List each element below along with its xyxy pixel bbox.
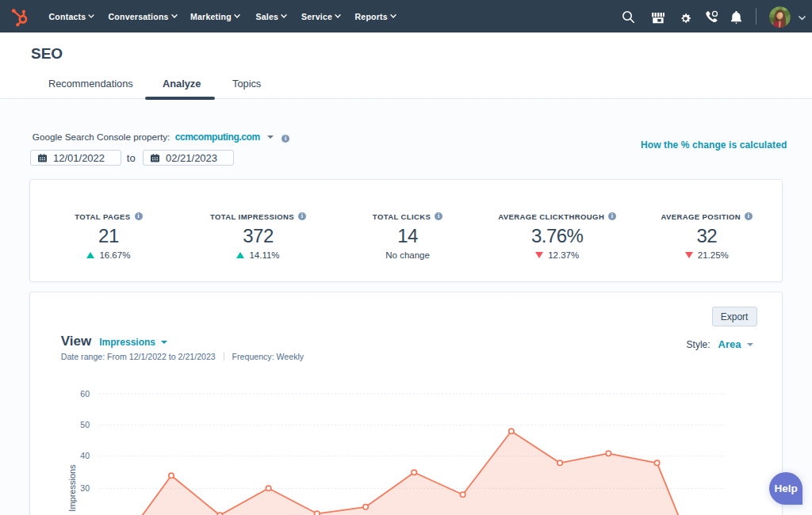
svg-text:Impressions: Impressions: [67, 464, 77, 512]
svg-text:60: 60: [80, 388, 90, 398]
svg-text:30: 30: [80, 483, 90, 492]
svg-text:50: 50: [80, 419, 90, 429]
svg-text:40: 40: [80, 451, 90, 460]
